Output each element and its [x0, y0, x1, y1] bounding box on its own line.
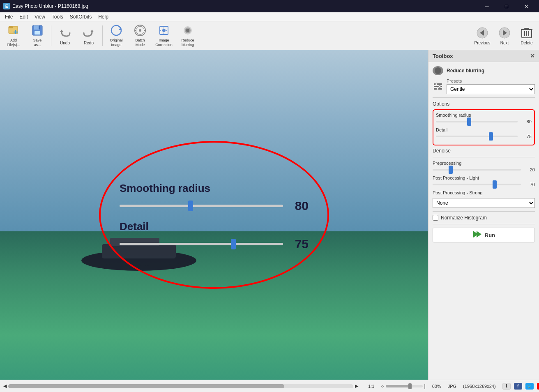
scroll-area: ◀ ▶	[3, 383, 358, 389]
tb-post-light-thumb[interactable]	[493, 180, 497, 189]
title-bar-left: E Easy Photo Unblur - P1160168.jpg	[3, 3, 88, 9]
svg-rect-3	[9, 26, 13, 28]
menu-view[interactable]: View	[31, 13, 48, 21]
reduce-blurring-button[interactable]: Reduceblurring	[176, 23, 200, 48]
tb-post-light-slider[interactable]	[433, 184, 521, 185]
next-icon	[498, 26, 511, 39]
original-image-button[interactable]: OriginalImage	[104, 23, 128, 48]
run-button[interactable]: Run	[433, 228, 535, 242]
main-area: Smoothing radius 80 Detail	[0, 50, 539, 380]
add-files-button[interactable]: AddFile(s)...	[2, 23, 25, 48]
redo-button[interactable]: Redo	[77, 23, 101, 48]
menu-edit[interactable]: Edit	[16, 13, 31, 21]
tb-detail-label: Detail	[436, 127, 532, 132]
normalize-row: Normalize Histogram	[433, 215, 535, 221]
tb-post-light-row: 70	[433, 182, 535, 187]
reduce-blurring-tb-label: Reduce blurring	[447, 68, 484, 74]
undo-icon	[58, 26, 71, 39]
presets-label: Presets	[447, 78, 535, 83]
overlay-detail-thumb[interactable]	[231, 239, 236, 249]
zoom-slider-thumb[interactable]	[408, 383, 412, 389]
toolbox-title: Toolbox	[433, 53, 453, 59]
reduce-blurring-label: Reduceblurring	[181, 38, 194, 47]
tb-detail-slider[interactable]	[436, 136, 518, 137]
options-label: Options	[433, 101, 535, 107]
tb-smoothing-slider[interactable]	[436, 121, 518, 122]
tb-smoothing-value: 80	[520, 119, 532, 124]
next-label: Next	[500, 41, 509, 45]
info-icon[interactable]: ℹ	[502, 383, 511, 390]
toolbox-close-button[interactable]: ✕	[530, 53, 535, 59]
tb-detail-thumb[interactable]	[489, 132, 493, 141]
add-files-icon	[7, 24, 20, 37]
image-area[interactable]: Smoothing radius 80 Detail	[0, 50, 428, 380]
menu-file[interactable]: File	[2, 13, 16, 21]
minimize-button[interactable]: ─	[477, 0, 496, 12]
zoom-plus[interactable]: |	[424, 383, 426, 389]
save-as-button[interactable]: Saveas...	[25, 23, 49, 48]
save-as-label: Saveas...	[33, 38, 42, 47]
menu-softorbits[interactable]: SoftOrbits	[67, 13, 95, 21]
title-bar: E Easy Photo Unblur - P1160168.jpg ─ □ ✕	[0, 0, 539, 12]
zoom-slider[interactable]	[386, 385, 423, 387]
normalize-checkbox[interactable]	[433, 215, 438, 221]
tb-preprocessing-label: Preprocessing	[433, 161, 535, 166]
tb-preprocessing-thumb[interactable]	[449, 166, 453, 174]
previous-button[interactable]: Previous	[472, 23, 493, 48]
next-button[interactable]: Next	[494, 23, 515, 48]
status-icons: ℹ f 🐦 ▶	[502, 383, 539, 390]
tb-smoothing-thumb[interactable]	[467, 118, 471, 126]
svg-point-41	[435, 83, 438, 85]
tb-post-strong-dropdown[interactable]: None Light Medium Strong	[433, 198, 535, 208]
overlay-smoothing-value: 80	[288, 199, 309, 213]
horizontal-scrollbar[interactable]	[8, 384, 353, 388]
overlay-detail-track[interactable]	[120, 243, 283, 245]
divider-3	[433, 211, 535, 212]
status-bar: ◀ ▶ 1:1 ○ | 60% JPG (1968x1269x24) ℹ f 🐦…	[0, 380, 539, 392]
overlay-smoothing-thumb[interactable]	[188, 201, 193, 211]
tb-smoothing-section: Smoothing radius 80	[436, 113, 532, 124]
zoom-minus[interactable]: ○	[381, 383, 384, 389]
overlay-smoothing-track[interactable]	[120, 205, 283, 207]
svg-point-42	[439, 85, 441, 88]
image-correction-button[interactable]: Image Correction	[152, 23, 176, 48]
menu-tools[interactable]: Tools	[48, 13, 67, 21]
batch-mode-icon	[134, 24, 147, 37]
batch-mode-button[interactable]: BatchMode	[128, 23, 152, 48]
close-button[interactable]: ✕	[517, 0, 536, 12]
zoom-slider-area: ○ |	[381, 383, 425, 389]
youtube-icon[interactable]: ▶	[537, 383, 539, 390]
app-icon: E	[3, 3, 10, 9]
tb-detail-value: 75	[520, 134, 532, 139]
tb-preprocessing-slider[interactable]	[433, 169, 521, 171]
menu-bar: File Edit View Tools SoftOrbits Help	[0, 12, 539, 21]
tb-post-light-value: 70	[523, 182, 535, 187]
redo-icon	[82, 26, 95, 39]
overlay-detail-label: Detail	[120, 220, 309, 233]
highlighted-options: Smoothing radius 80 Detail	[433, 109, 535, 145]
delete-icon	[520, 26, 533, 39]
maximize-button[interactable]: □	[497, 0, 516, 12]
overlay-smoothing-control: 80	[120, 199, 309, 213]
tb-post-strong-section: Post Processing - Strong None Light Medi…	[433, 190, 535, 208]
presets-container: Presets Gentle Normal Strong Custom	[447, 78, 535, 94]
presets-row: Presets Gentle Normal Strong Custom	[433, 78, 535, 94]
toolbar: AddFile(s)... Saveas... Undo	[0, 21, 539, 50]
facebook-icon[interactable]: f	[514, 383, 522, 390]
run-icon	[472, 230, 481, 240]
menu-help[interactable]: Help	[95, 13, 112, 21]
canvas-background: Smoothing radius 80 Detail	[0, 50, 428, 380]
undo-button[interactable]: Undo	[53, 23, 77, 48]
image-dimensions: (1968x1269x24)	[463, 384, 496, 389]
presets-dropdown[interactable]: Gentle Normal Strong Custom	[447, 84, 535, 94]
tb-post-light-section: Post Processing - Light 70	[433, 175, 535, 187]
svg-text:E: E	[5, 4, 8, 9]
tb-smoothing-label: Smoothing radius	[436, 113, 532, 118]
scroll-left-arrow[interactable]: ◀	[3, 383, 7, 389]
delete-button[interactable]: Delete	[516, 23, 537, 48]
scrollbar-thumb[interactable]	[8, 384, 284, 388]
twitter-icon[interactable]: 🐦	[525, 383, 534, 390]
scroll-right-arrow[interactable]: ▶	[355, 383, 358, 389]
svg-rect-7	[34, 25, 39, 30]
svg-point-24	[186, 29, 189, 32]
